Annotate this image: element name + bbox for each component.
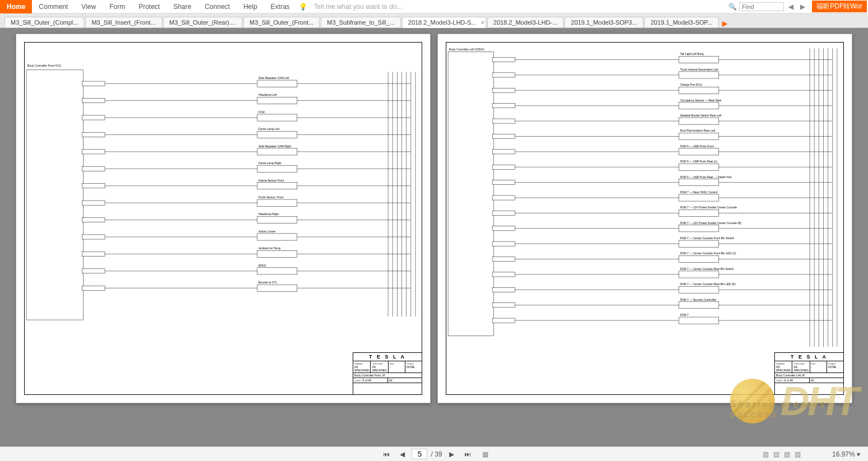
ribbon-tab-form[interactable]: Form: [103, 3, 132, 11]
svg-rect-86: [679, 87, 719, 94]
svg-rect-38: [257, 199, 297, 206]
foxit-pdf-to-word-button[interactable]: 福昕PDF转Wor: [812, 1, 867, 12]
svg-rect-53: [257, 250, 297, 257]
doctab-8[interactable]: 2019.1_Model3-SOP...: [644, 17, 718, 27]
doctab-2[interactable]: M3_Sill_Outer_(Rear)....: [163, 17, 242, 27]
svg-text:FDM 7 — Center Console Rear Bi: FDM 7 — Center Console Rear Bin LED (D): [680, 282, 736, 286]
ribbon-tab-share[interactable]: Share: [167, 3, 198, 11]
svg-rect-145: [492, 272, 515, 277]
svg-rect-33: [257, 183, 297, 189]
doctab-6[interactable]: 2018.2_Model3-LHD-...: [487, 17, 564, 27]
first-page-button[interactable]: ⏮: [380, 450, 393, 458]
svg-rect-150: [492, 287, 515, 292]
ribbon-tab-comment[interactable]: Comment: [32, 3, 75, 11]
svg-text:FDM 7 — Rear HVAC Control: FDM 7 — Rear HVAC Control: [680, 190, 718, 194]
svg-text:Dome Lamp Left: Dome Lamp Left: [258, 127, 280, 131]
svg-text:Booster & OTL: Booster & OTL: [258, 281, 278, 284]
find-next-button[interactable]: ▶: [798, 3, 807, 11]
view-continuous-icon[interactable]: ▨: [795, 450, 801, 458]
svg-rect-57: [82, 269, 105, 273]
close-tab-icon[interactable]: ×: [481, 19, 484, 26]
svg-rect-90: [492, 104, 515, 108]
doctab-1[interactable]: M3_Sill_Insert_(Front...: [85, 17, 161, 27]
svg-rect-75: [492, 57, 515, 62]
ribbon-tab-view[interactable]: View: [75, 3, 103, 11]
tab-overflow-button[interactable]: ▶: [722, 20, 727, 27]
prev-page-button[interactable]: ◀: [396, 450, 408, 458]
search-icon[interactable]: 🔍: [728, 3, 737, 11]
svg-text:Active Louver: Active Louver: [258, 230, 276, 233]
last-page-button[interactable]: ⏭: [461, 450, 474, 458]
svg-rect-28: [257, 165, 297, 172]
svg-rect-116: [679, 179, 719, 186]
svg-rect-81: [679, 72, 719, 78]
view-thumbnails-icon[interactable]: ▥: [763, 450, 769, 458]
svg-text:Headlamp Right: Headlamp Right: [258, 212, 279, 216]
doctab-0[interactable]: M3_Sill_Outer_(Compl...: [4, 17, 84, 27]
page-number-input[interactable]: [412, 449, 427, 459]
doctab-5-active[interactable]: 2018.2_Model3-LHD-S...×: [402, 17, 486, 28]
svg-rect-115: [492, 180, 515, 185]
svg-rect-8: [257, 97, 297, 104]
svg-rect-76: [679, 56, 719, 63]
pdf-viewer[interactable]: Body Controller Front X1/1 Side Repeater…: [0, 28, 868, 446]
svg-rect-58: [257, 268, 297, 274]
svg-rect-135: [492, 241, 515, 246]
doctab-4[interactable]: M3_Subframe_to_Sill_...: [321, 17, 400, 27]
svg-text:Frunk Sensor, Front: Frunk Sensor, Front: [258, 195, 284, 199]
svg-rect-47: [82, 235, 105, 239]
svg-rect-7: [82, 99, 105, 103]
svg-rect-125: [492, 211, 515, 215]
svg-text:FDM 7 — 12V Power Socket Cente: FDM 7 — 12V Power Socket Center Console: [680, 206, 737, 209]
svg-rect-120: [492, 195, 515, 200]
svg-rect-62: [82, 286, 105, 290]
menu-bar: Home Comment View Form Protect Share Con…: [0, 0, 868, 13]
title-block-right: T E S L A DRAWNAS SPECIFIEDCHECKEDAS SPE…: [774, 352, 844, 395]
svg-rect-2: [82, 81, 105, 86]
view-single-icon[interactable]: ▤: [773, 450, 779, 458]
doctab-7[interactable]: 2019.1_Model3-SOP3...: [565, 17, 643, 27]
find-prev-button[interactable]: ◀: [786, 3, 796, 11]
svg-rect-111: [679, 164, 719, 170]
find-input[interactable]: [739, 2, 784, 11]
ribbon-tab-home[interactable]: Home: [0, 0, 32, 13]
view-mode-group: ▥ ▤ ▧ ▨: [763, 450, 801, 458]
svg-text:FDM 7 — Center Console Front B: FDM 7 — Center Console Front Bin LED (C): [680, 252, 736, 255]
svg-rect-52: [82, 252, 105, 256]
document-tabs: M3_Sill_Outer_(Compl... M3_Sill_Insert_(…: [0, 13, 868, 28]
page-layout-icon[interactable]: ▦: [482, 450, 488, 458]
svg-text:FDM 7 — Center Console Rear Bi: FDM 7 — Center Console Rear Bin Switch: [680, 267, 734, 271]
page-total-label: / 39: [431, 450, 442, 458]
svg-text:FDM 7 — Center Console Front B: FDM 7 — Center Console Front Bin Switch: [680, 236, 735, 240]
svg-rect-37: [82, 201, 105, 205]
pdf-page-left: Body Controller Front X1/1 Side Repeater…: [16, 34, 431, 403]
ribbon-tab-extras[interactable]: Extras: [264, 3, 297, 11]
svg-rect-121: [679, 194, 719, 201]
ribbon-tab-connect[interactable]: Connect: [198, 3, 237, 11]
view-facing-icon[interactable]: ▧: [784, 450, 790, 458]
svg-rect-48: [257, 234, 297, 240]
svg-text:Side Repeater CAM Right: Side Repeater CAM Right: [258, 145, 292, 148]
doctab-3[interactable]: M3_Sill_Outer_(Front...: [243, 17, 320, 27]
ribbon-tab-help[interactable]: Help: [237, 3, 264, 11]
svg-rect-131: [679, 225, 719, 232]
svg-text:Seatbelt Buckle Switch Rear Le: Seatbelt Buckle Switch Rear Left: [680, 114, 722, 117]
svg-rect-73: [448, 52, 493, 336]
svg-rect-140: [492, 257, 515, 262]
svg-rect-23: [257, 148, 297, 155]
svg-text:Fascia Sensor Front: Fascia Sensor Front: [258, 179, 284, 182]
svg-text:FDM 7 — 12V Power Socket Cente: FDM 7 — 12V Power Socket Center Console …: [680, 221, 742, 225]
svg-rect-43: [257, 216, 297, 223]
pdf-page-right: Body Controller Left X25A/1 Tail Light L…: [437, 34, 852, 403]
svg-text:FDM 7: FDM 7: [680, 313, 689, 316]
svg-rect-161: [679, 317, 719, 324]
svg-rect-151: [679, 286, 719, 293]
svg-rect-106: [679, 148, 719, 155]
ribbon-tab-protect[interactable]: Protect: [132, 3, 167, 11]
svg-rect-156: [679, 302, 719, 309]
svg-text:FDM 5 — USB Ports Front: FDM 5 — USB Ports Front: [680, 145, 714, 148]
zoom-display[interactable]: 16.97% ▾: [832, 450, 860, 458]
tell-me-search[interactable]: Tell me what you want to do...: [314, 3, 729, 11]
tesla-logo: T E S L A: [353, 353, 422, 361]
next-page-button[interactable]: ▶: [446, 450, 458, 458]
